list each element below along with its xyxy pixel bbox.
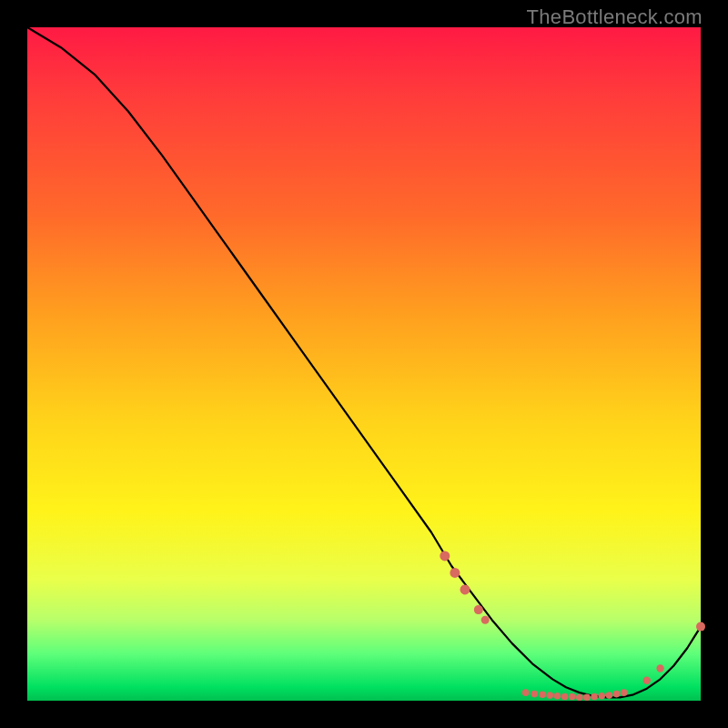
- curve-marker: [554, 693, 561, 700]
- curve-marker: [539, 692, 546, 699]
- curve-marker: [696, 622, 705, 632]
- curve-marker: [643, 677, 651, 684]
- chart-frame: TheBottleneck.com: [0, 0, 728, 728]
- plot-area: [27, 27, 701, 701]
- curve-marker: [613, 691, 621, 698]
- curve-marker: [576, 694, 583, 702]
- curve-marker: [481, 616, 490, 624]
- curve-markers: [440, 551, 705, 701]
- curve-marker: [440, 551, 450, 561]
- curve-marker: [561, 693, 569, 701]
- watermark-label: TheBottleneck.com: [527, 5, 703, 29]
- curve-marker: [522, 689, 530, 696]
- curve-marker: [460, 584, 470, 594]
- curve-marker: [583, 694, 591, 702]
- curve-marker: [531, 691, 538, 698]
- curve-marker: [546, 692, 553, 699]
- bottleneck-curve: [27, 27, 701, 697]
- curve-marker: [450, 568, 460, 578]
- curve-marker: [474, 605, 483, 614]
- curve-marker: [598, 693, 605, 700]
- curve-marker: [606, 692, 613, 699]
- curve-svg: [27, 27, 701, 701]
- curve-marker: [591, 693, 598, 701]
- curve-marker: [656, 664, 663, 672]
- curve-marker: [569, 693, 576, 701]
- curve-marker: [621, 689, 628, 696]
